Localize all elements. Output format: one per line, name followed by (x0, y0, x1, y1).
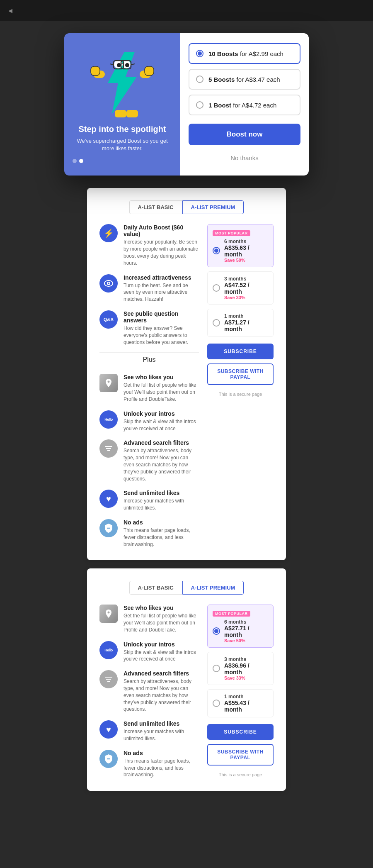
feature-text-1: Daily Auto Boost ($60 value) Increase yo… (124, 224, 199, 266)
feature-icon-filter-2 (99, 670, 118, 688)
feature-item-likes-2: See who likes you Get the full list of p… (99, 605, 199, 633)
pricing-3mo-2[interactable]: 3 months A$36.96 / month Save 33% (207, 652, 274, 685)
tab-alist-basic-2[interactable]: A-LIST BASIC (129, 581, 182, 595)
top-bar: ◀ (0, 0, 373, 21)
boost-option-1[interactable]: 1 Boost for A$4.72 each (189, 95, 300, 115)
modal-subtitle: We've supercharged Boost so you get more… (73, 137, 172, 152)
panel-2-content: See who likes you Get the full list of p… (99, 605, 274, 778)
svg-rect-15 (126, 110, 138, 117)
boost-option-10[interactable]: 10 Boosts for A$2.99 each (189, 43, 300, 64)
feature-icon-eye (99, 274, 118, 293)
feature-icon-heart-2: ♥ (99, 720, 118, 739)
subscribe-paypal-button-1[interactable]: SUBSCRIBE WITH PAYPAL (207, 363, 274, 385)
most-popular-badge-2: MOST POPULAR (213, 611, 250, 617)
svg-rect-3 (145, 66, 154, 76)
feature-item-likes-1: See who likes you Get the full list of p… (99, 374, 199, 402)
radio-inner (198, 51, 202, 56)
feature-list-2: See who likes you Get the full list of p… (99, 605, 199, 778)
feature-icon-filter-1 (99, 439, 118, 458)
feature-item-likes-unlimited-2: ♥ Send unlimited likes Increase your mat… (99, 720, 199, 742)
feature-text-2: Increased attractiveness Turn up the hea… (124, 274, 199, 303)
radio-1mo-1 (213, 319, 220, 327)
radio-3mo-2 (213, 665, 220, 672)
radio-1-boost (196, 101, 203, 109)
radio-5-boosts (196, 76, 203, 83)
pricing-radio-6mo-2: 6 months A$27.71 / month Save 50% (213, 619, 268, 643)
feature-item-search-1: Advanced search filters Search by attrac… (99, 439, 199, 482)
feature-text-3: See public question answers How did they… (124, 310, 199, 346)
modal-right-panel: 10 Boosts for A$2.99 each 5 Boosts for A… (180, 33, 309, 176)
boost-now-button[interactable]: Boost now (189, 124, 300, 145)
feature-item-intros-2: Hello Unlock your intros Skip the wait &… (99, 641, 199, 663)
pricing-radio-6mo-1: 6 months A$35.63 / month Save 50% (213, 239, 268, 263)
secure-text-1: This is a secure page (207, 392, 274, 397)
no-thanks-button[interactable]: No thanks (189, 150, 300, 166)
feature-text-likes-unlimited-1: Send unlimited likes Increase your match… (124, 490, 199, 512)
feature-icon-qa: Q&A (99, 310, 118, 329)
feature-icon-photo-2 (99, 605, 118, 623)
modal-title: Step into the spotlight (73, 124, 172, 134)
dot-1 (73, 159, 77, 163)
modal-dots (73, 159, 172, 163)
modal-left-panel: Step into the spotlight We've supercharg… (64, 33, 180, 176)
feature-text-intros-1: Unlock your intros Skip the wait & view … (124, 410, 199, 432)
features-section-2: See who likes you Get the full list of p… (99, 605, 199, 778)
feature-icon-heart-1: ♥ (99, 490, 118, 508)
subscribe-paypal-button-2[interactable]: SUBSCRIBE WITH PAYPAL (207, 744, 274, 766)
radio-1mo-2 (213, 700, 220, 707)
pricing-section-1: MOST POPULAR 6 months A$35.63 / month Sa… (207, 224, 274, 548)
svg-point-8 (125, 63, 129, 67)
svg-point-7 (117, 63, 121, 67)
pricing-3mo-1[interactable]: 3 months A$47.52 / month Save 33% (207, 271, 274, 305)
tab-alist-basic-1[interactable]: A-LIST BASIC (129, 200, 182, 214)
feature-icon-shield-1 (99, 519, 118, 537)
feature-text-search-1: Advanced search filters Search by attrac… (124, 439, 199, 482)
pricing-section-2: MOST POPULAR 6 months A$27.71 / month Sa… (207, 605, 274, 778)
boost-1-label: 1 Boost for A$4.72 each (208, 102, 276, 109)
subscribe-button-1[interactable]: SUBSCRIBE (207, 344, 274, 359)
feature-item-qa: Q&A See public question answers How did … (99, 310, 199, 346)
secure-text-2: This is a secure page (207, 772, 274, 777)
feature-item-no-ads-2: No ads This means faster page loads, few… (99, 750, 199, 778)
svg-rect-2 (91, 66, 100, 76)
tab-alist-premium-1[interactable]: A-LIST PREMIUM (182, 200, 244, 214)
radio-6mo-2 (213, 627, 220, 635)
plus-divider: Plus (99, 352, 199, 367)
pricing-6mo-1[interactable]: MOST POPULAR 6 months A$35.63 / month Sa… (207, 224, 274, 267)
radio-6mo-1 (213, 247, 220, 254)
pricing-radio-3mo-2: 3 months A$36.96 / month Save 33% (213, 656, 268, 680)
radio-inner-6mo-1 (214, 249, 218, 253)
subscription-panel-2: A-LIST BASIC A-LIST PREMIUM See who like… (87, 568, 286, 791)
panel-1-tabs: A-LIST BASIC A-LIST PREMIUM (99, 200, 274, 214)
panel-1-content: ⚡ Daily Auto Boost ($60 value) Increase … (99, 224, 274, 548)
feature-text-search-2: Advanced search filters Search by attrac… (124, 670, 199, 713)
feature-item-search-2: Advanced search filters Search by attrac… (99, 670, 199, 713)
dot-2 (79, 159, 83, 163)
pricing-radio-1mo-2: 1 month A$55.43 / month (213, 694, 268, 713)
feature-text-no-ads-2: No ads This means faster page loads, few… (124, 750, 199, 778)
boost-option-5[interactable]: 5 Boosts for A$3.47 each (189, 69, 300, 90)
subscribe-button-2[interactable]: SUBSCRIBE (207, 724, 274, 740)
svg-point-18 (108, 283, 109, 284)
most-popular-badge-1: MOST POPULAR (213, 230, 250, 236)
pricing-1mo-2[interactable]: 1 month A$55.43 / month (207, 689, 274, 717)
feature-icon-hello-2: Hello (99, 641, 118, 659)
pricing-6mo-2[interactable]: MOST POPULAR 6 months A$27.71 / month Sa… (207, 605, 274, 648)
mascot-illustration (85, 46, 160, 120)
feature-icon-hello-1: Hello (99, 410, 118, 429)
tab-alist-premium-2[interactable]: A-LIST PREMIUM (182, 581, 244, 595)
pricing-1mo-1[interactable]: 1 month A$71.27 / month (207, 309, 274, 337)
radio-3mo-1 (213, 284, 220, 292)
feature-item-auto-boost: ⚡ Daily Auto Boost ($60 value) Increase … (99, 224, 199, 266)
feature-icon-photo-1 (99, 374, 118, 392)
feature-item-no-ads-1: No ads This means faster page loads, few… (99, 519, 199, 548)
feature-text-likes-1: See who likes you Get the full list of p… (124, 374, 199, 402)
feature-icon-bolt: ⚡ (99, 224, 118, 242)
feature-list-1: ⚡ Daily Auto Boost ($60 value) Increase … (99, 224, 199, 346)
radio-inner-6mo-2 (214, 629, 218, 633)
panels-container: A-LIST BASIC A-LIST PREMIUM ⚡ Daily Auto… (0, 176, 373, 803)
feature-text-likes-unlimited-2: Send unlimited likes Increase your match… (124, 720, 199, 742)
svg-rect-14 (115, 110, 126, 117)
panel-2-tabs: A-LIST BASIC A-LIST PREMIUM (99, 581, 274, 595)
boost-modal: Step into the spotlight We've supercharg… (64, 33, 309, 176)
